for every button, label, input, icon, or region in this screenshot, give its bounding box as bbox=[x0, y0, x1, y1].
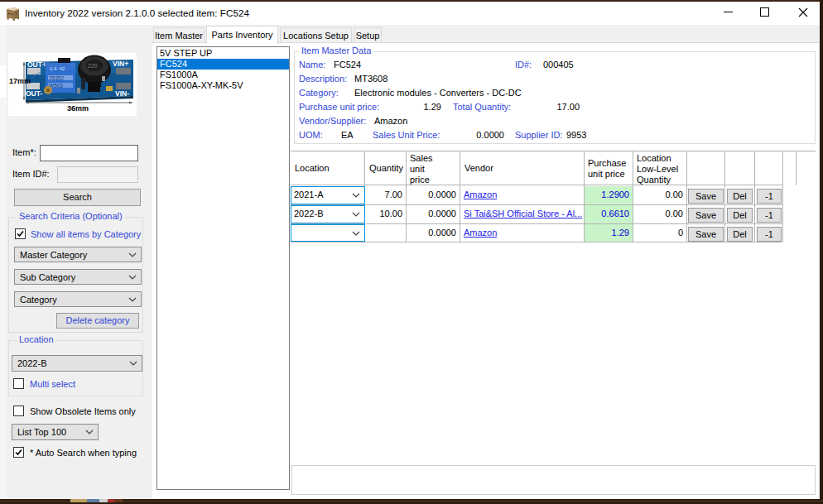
svg-text:OUT-: OUT- bbox=[26, 89, 42, 98]
svg-text:17mm: 17mm bbox=[9, 77, 31, 85]
svg-text:VIN-: VIN- bbox=[115, 89, 129, 98]
svg-text:220: 220 bbox=[88, 63, 98, 69]
svg-text:1.4. 42: 1.4. 42 bbox=[50, 66, 65, 71]
svg-text:36mm: 36mm bbox=[67, 104, 89, 113]
svg-text:VIN+: VIN+ bbox=[113, 60, 128, 68]
svg-text:25352: 25352 bbox=[49, 75, 64, 81]
